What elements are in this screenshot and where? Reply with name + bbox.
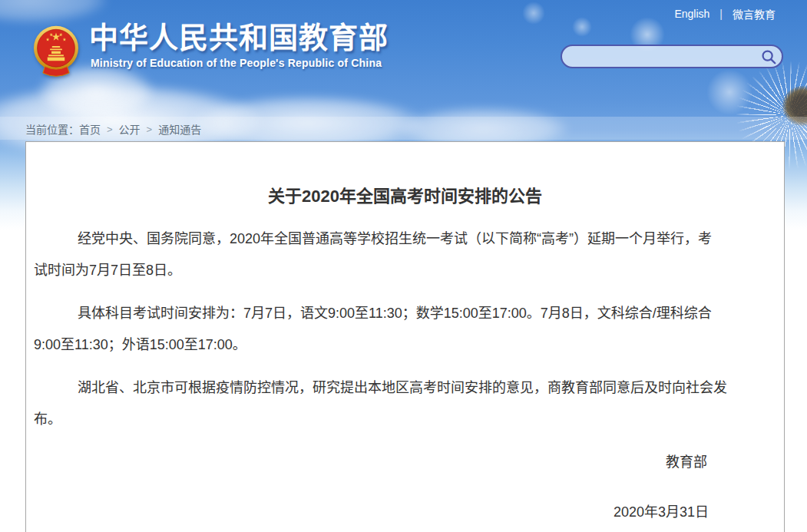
breadcrumb-item-tongzhi[interactable]: 通知通告 xyxy=(158,121,201,137)
article-title: 关于2020年全国高考时间安排的公告 xyxy=(34,185,776,208)
article-card: 关于2020年全国高考时间安排的公告 经党中央、国务院同意，2020年全国普通高… xyxy=(25,141,785,532)
header-brand-link[interactable]: 中华人民共和国教育部 Ministry of Education of the … xyxy=(31,20,389,81)
english-link[interactable]: English xyxy=(674,8,709,20)
national-emblem-icon xyxy=(31,23,81,81)
breadcrumb-separator: > xyxy=(147,124,153,135)
site-header: 中华人民共和国教育部 Ministry of Education of the … xyxy=(0,0,807,115)
article-signature: 教育部 xyxy=(34,447,776,478)
search-icon xyxy=(760,48,777,65)
search-input[interactable] xyxy=(562,46,756,67)
search-box xyxy=(561,45,783,68)
header-top-nav: English | 微言教育 xyxy=(674,6,776,21)
breadcrumb-label: 当前位置： xyxy=(25,121,79,137)
breadcrumb: 当前位置： 首页 > 公开 > 通知通告 xyxy=(25,121,201,137)
breadcrumb-item-gongkai[interactable]: 公开 xyxy=(119,121,141,137)
article-paragraph-2: 具体科目考试时间安排为：7月7日，语文9:00至11:30；数学15:00至17… xyxy=(34,298,776,361)
weiyan-jiaoyu-link[interactable]: 微言教育 xyxy=(733,6,776,21)
article-date: 2020年3月31日 xyxy=(34,497,776,528)
breadcrumb-item-home[interactable]: 首页 xyxy=(79,121,101,137)
page-background: 中华人民共和国教育部 Ministry of Education of the … xyxy=(0,0,807,532)
site-title: 中华人民共和国教育部 xyxy=(89,20,389,55)
header-brand-text: 中华人民共和国教育部 Ministry of Education of the … xyxy=(89,20,389,69)
search-button[interactable] xyxy=(756,46,782,67)
site-subtitle: Ministry of Education of the People's Re… xyxy=(91,57,389,69)
top-nav-separator: | xyxy=(719,8,723,20)
article-paragraph-3: 湖北省、北京市可根据疫情防控情况，研究提出本地区高考时间安排的意见，商教育部同意… xyxy=(34,372,776,435)
article-paragraph-1: 经党中央、国务院同意，2020年全国普通高等学校招生统一考试（以下简称“高考”）… xyxy=(34,223,776,286)
breadcrumb-separator: > xyxy=(107,124,113,135)
